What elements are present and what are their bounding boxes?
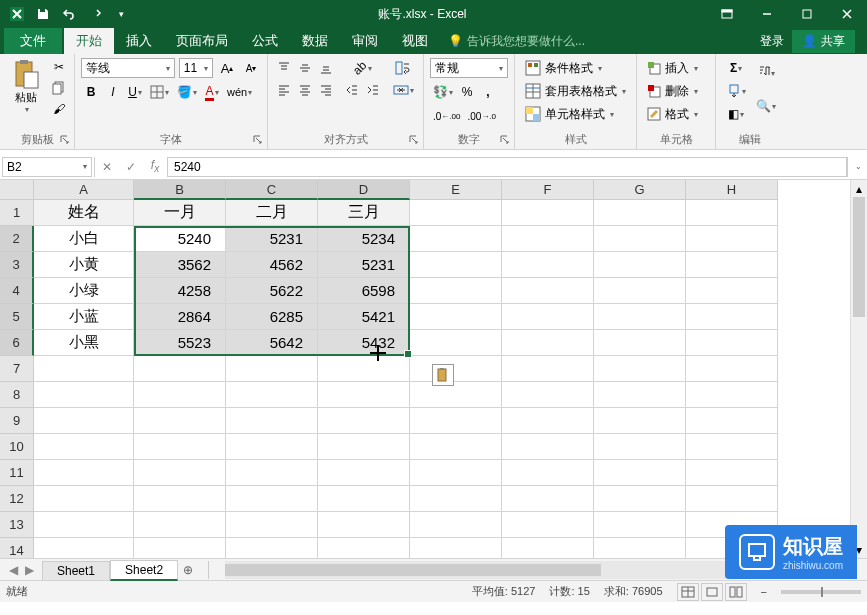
- signin-link[interactable]: 登录: [760, 33, 784, 50]
- orientation-button[interactable]: ab▾: [342, 58, 383, 78]
- cell-A9[interactable]: [34, 408, 134, 434]
- expand-formula-bar-button[interactable]: ⌄: [847, 157, 867, 177]
- comma-button[interactable]: ,: [478, 82, 498, 102]
- merge-center-button[interactable]: ▾: [389, 80, 417, 100]
- cell-A5[interactable]: 小蓝: [34, 304, 134, 330]
- align-right-button[interactable]: [316, 80, 336, 100]
- maximize-icon[interactable]: [787, 0, 827, 28]
- cell-A4[interactable]: 小绿: [34, 278, 134, 304]
- fill-button[interactable]: ▾: [722, 81, 750, 101]
- tab-insert[interactable]: 插入: [114, 28, 164, 54]
- column-header-c[interactable]: C: [226, 180, 318, 200]
- cell-E12[interactable]: [410, 486, 502, 512]
- hscroll-thumb[interactable]: [225, 564, 601, 576]
- cell-A10[interactable]: [34, 434, 134, 460]
- increase-font-button[interactable]: A▴: [217, 58, 237, 78]
- format-painter-button[interactable]: 🖌: [50, 100, 68, 118]
- cell-A6[interactable]: 小黑: [34, 330, 134, 356]
- cell-C14[interactable]: [226, 538, 318, 558]
- normal-view-button[interactable]: [677, 583, 699, 601]
- cell-D14[interactable]: [318, 538, 410, 558]
- row-header-10[interactable]: 10: [0, 434, 34, 460]
- row-header-11[interactable]: 11: [0, 460, 34, 486]
- cell-G2[interactable]: [594, 226, 686, 252]
- cell-D3[interactable]: 5231: [318, 252, 410, 278]
- cell-F13[interactable]: [502, 512, 594, 538]
- cell-D2[interactable]: 5234: [318, 226, 410, 252]
- cell-E6[interactable]: [410, 330, 502, 356]
- cell-A11[interactable]: [34, 460, 134, 486]
- cell-E14[interactable]: [410, 538, 502, 558]
- insert-function-button[interactable]: fx: [143, 157, 167, 177]
- cell-E7[interactable]: [410, 356, 502, 382]
- spreadsheet-grid[interactable]: A B C D E F G H 1姓名一月二月三月2小白524052315234…: [0, 180, 867, 558]
- decrease-decimal-button[interactable]: .00→.0: [464, 106, 499, 126]
- italic-button[interactable]: I: [103, 82, 123, 102]
- column-header-a[interactable]: A: [34, 180, 134, 200]
- align-bottom-button[interactable]: [316, 58, 336, 78]
- cell-B9[interactable]: [134, 408, 226, 434]
- cell-H3[interactable]: [686, 252, 778, 278]
- cell-C4[interactable]: 5622: [226, 278, 318, 304]
- column-header-d[interactable]: D: [318, 180, 410, 200]
- cell-E8[interactable]: [410, 382, 502, 408]
- paste-button[interactable]: 粘贴 ▾: [6, 58, 46, 130]
- cell-B10[interactable]: [134, 434, 226, 460]
- cell-H8[interactable]: [686, 382, 778, 408]
- cell-B2[interactable]: 5240: [134, 226, 226, 252]
- align-middle-button[interactable]: [295, 58, 315, 78]
- cell-F7[interactable]: [502, 356, 594, 382]
- align-left-button[interactable]: [274, 80, 294, 100]
- autosum-button[interactable]: Σ▾: [722, 58, 750, 78]
- tab-review[interactable]: 审阅: [340, 28, 390, 54]
- font-launcher-icon[interactable]: [251, 133, 265, 147]
- font-name-combo[interactable]: 等线▾: [81, 58, 175, 78]
- cell-G4[interactable]: [594, 278, 686, 304]
- cell-H4[interactable]: [686, 278, 778, 304]
- tell-me-search[interactable]: 💡 告诉我您想要做什么...: [448, 33, 585, 50]
- share-button[interactable]: 👤 共享: [792, 30, 855, 53]
- font-color-button[interactable]: A▾: [202, 82, 222, 102]
- currency-button[interactable]: 💱▾: [430, 82, 456, 102]
- cell-styles-button[interactable]: 单元格样式▾: [521, 104, 630, 124]
- row-header-8[interactable]: 8: [0, 382, 34, 408]
- cell-F8[interactable]: [502, 382, 594, 408]
- cell-G13[interactable]: [594, 512, 686, 538]
- format-as-table-button[interactable]: 套用表格格式▾: [521, 81, 630, 101]
- column-header-h[interactable]: H: [686, 180, 778, 200]
- cell-C3[interactable]: 4562: [226, 252, 318, 278]
- cell-H11[interactable]: [686, 460, 778, 486]
- row-header-12[interactable]: 12: [0, 486, 34, 512]
- cell-E11[interactable]: [410, 460, 502, 486]
- cell-D4[interactable]: 6598: [318, 278, 410, 304]
- decrease-indent-button[interactable]: [342, 80, 362, 100]
- cell-C10[interactable]: [226, 434, 318, 460]
- cell-A7[interactable]: [34, 356, 134, 382]
- cell-F3[interactable]: [502, 252, 594, 278]
- cell-E9[interactable]: [410, 408, 502, 434]
- increase-indent-button[interactable]: [363, 80, 383, 100]
- sheet-nav-next[interactable]: ▶: [22, 563, 36, 577]
- cell-A14[interactable]: [34, 538, 134, 558]
- page-break-view-button[interactable]: [725, 583, 747, 601]
- redo-icon[interactable]: [84, 3, 106, 25]
- cell-C1[interactable]: 二月: [226, 200, 318, 226]
- cell-F9[interactable]: [502, 408, 594, 434]
- column-header-g[interactable]: G: [594, 180, 686, 200]
- cell-E3[interactable]: [410, 252, 502, 278]
- new-sheet-button[interactable]: ⊕: [178, 563, 198, 577]
- border-button[interactable]: ▾: [147, 82, 172, 102]
- underline-button[interactable]: U▾: [125, 82, 145, 102]
- cell-G9[interactable]: [594, 408, 686, 434]
- cell-A8[interactable]: [34, 382, 134, 408]
- cell-G10[interactable]: [594, 434, 686, 460]
- cell-B7[interactable]: [134, 356, 226, 382]
- align-center-button[interactable]: [295, 80, 315, 100]
- row-header-9[interactable]: 9: [0, 408, 34, 434]
- minimize-icon[interactable]: [747, 0, 787, 28]
- cell-D5[interactable]: 5421: [318, 304, 410, 330]
- tab-file[interactable]: 文件: [4, 28, 62, 54]
- cell-B3[interactable]: 3562: [134, 252, 226, 278]
- cell-E13[interactable]: [410, 512, 502, 538]
- ribbon-display-options-icon[interactable]: [707, 0, 747, 28]
